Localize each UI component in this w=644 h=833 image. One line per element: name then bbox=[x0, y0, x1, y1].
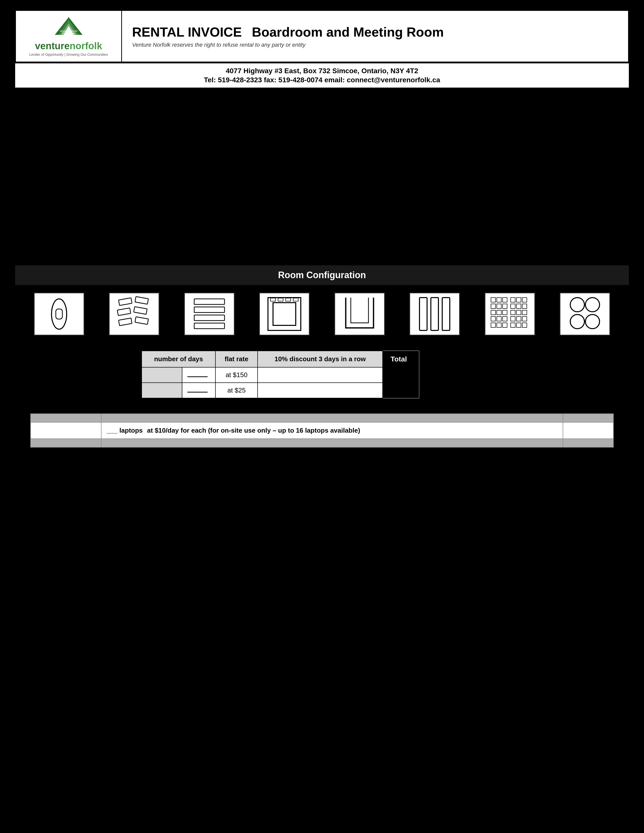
pricing-section: number of days flat rate 10% discount 3 … bbox=[15, 343, 629, 406]
svg-rect-32 bbox=[497, 304, 501, 309]
svg-point-4 bbox=[52, 299, 67, 329]
row1-label bbox=[142, 367, 182, 383]
room-config-section: Room Configuration bbox=[15, 265, 629, 406]
laptops-header-content bbox=[101, 414, 563, 422]
laptops-total-cell[interactable] bbox=[563, 422, 613, 439]
svg-rect-22 bbox=[420, 298, 427, 330]
svg-rect-8 bbox=[118, 308, 131, 315]
svg-rect-41 bbox=[517, 310, 521, 315]
laptops-footer-left bbox=[31, 439, 101, 447]
logo-venture: venture bbox=[35, 41, 69, 51]
svg-rect-37 bbox=[491, 310, 496, 315]
svg-rect-38 bbox=[497, 310, 501, 315]
invoice-title: RENTAL INVOICE bbox=[132, 24, 242, 40]
laptops-footer-right bbox=[563, 439, 613, 447]
svg-rect-52 bbox=[510, 323, 515, 327]
config-icon-hollow-square bbox=[259, 293, 310, 336]
laptops-label: laptops bbox=[119, 426, 143, 434]
svg-rect-33 bbox=[502, 304, 507, 309]
laptops-table: ___ laptops at $10/day for each (for on-… bbox=[30, 413, 614, 447]
header: venturenorfolk Lender of Opportunity | G… bbox=[15, 10, 629, 62]
subtitle-text: Venture Norfolk reserves the right to re… bbox=[132, 42, 618, 48]
laptops-blank: ___ bbox=[106, 426, 118, 434]
svg-rect-54 bbox=[522, 323, 527, 327]
row2-rate: at $25 bbox=[216, 383, 258, 398]
logo-area: venturenorfolk Lender of Opportunity | G… bbox=[16, 11, 122, 61]
title-row: RENTAL INVOICE Boardroom and Meeting Roo… bbox=[132, 24, 618, 40]
black-space bbox=[15, 88, 629, 265]
room-title: Boardroom and Meeting Room bbox=[252, 24, 444, 40]
pricing-table: number of days flat rate 10% discount 3 … bbox=[142, 351, 419, 398]
config-icon-u-shape bbox=[334, 293, 385, 336]
svg-point-58 bbox=[585, 315, 599, 329]
laptops-section: ___ laptops at $10/day for each (for on-… bbox=[15, 406, 629, 455]
svg-rect-6 bbox=[119, 298, 132, 306]
logo-tagline: Lender of Opportunity | Growing Our Comm… bbox=[29, 53, 108, 56]
config-icon-scattered bbox=[109, 293, 159, 336]
svg-rect-53 bbox=[517, 323, 521, 327]
svg-rect-46 bbox=[510, 317, 515, 321]
svg-rect-13 bbox=[194, 307, 224, 312]
svg-rect-11 bbox=[135, 317, 148, 324]
logo-text: venturenorfolk bbox=[35, 41, 102, 51]
laptops-description-cell: ___ laptops at $10/day for each (for on-… bbox=[101, 422, 563, 439]
config-icon-oval bbox=[34, 293, 84, 336]
svg-rect-28 bbox=[510, 298, 515, 302]
svg-rect-36 bbox=[522, 304, 527, 309]
laptops-footer-row bbox=[31, 439, 613, 447]
svg-rect-17 bbox=[273, 303, 296, 325]
row2-label bbox=[142, 383, 182, 398]
laptops-footer-mid bbox=[101, 439, 563, 447]
config-icon-columns bbox=[409, 293, 460, 336]
config-icons-row bbox=[15, 285, 629, 343]
laptops-content-row: ___ laptops at $10/day for each (for on-… bbox=[31, 422, 613, 439]
svg-rect-20 bbox=[286, 298, 291, 301]
page: venturenorfolk Lender of Opportunity | G… bbox=[0, 0, 644, 833]
laptops-header-label bbox=[31, 414, 101, 422]
col-days-header: number of days bbox=[142, 351, 216, 367]
laptops-header-total bbox=[563, 414, 613, 422]
svg-rect-40 bbox=[510, 310, 515, 315]
col-discount-header: 10% discount 3 days in a row bbox=[258, 351, 383, 367]
bottom-black bbox=[15, 455, 629, 733]
venture-norfolk-logo-icon bbox=[52, 16, 85, 39]
row1-rate: at $150 bbox=[216, 367, 258, 383]
row1-days[interactable] bbox=[182, 367, 216, 383]
svg-rect-35 bbox=[517, 304, 521, 309]
row2-days[interactable] bbox=[182, 383, 216, 398]
svg-rect-45 bbox=[502, 317, 507, 321]
address-line2: Tel: 519-428-2323 fax: 519-428-0074 emai… bbox=[20, 76, 624, 84]
address-line1: 4077 Highway #3 East, Box 732 Simcoe, On… bbox=[20, 67, 624, 75]
svg-rect-44 bbox=[497, 317, 501, 321]
svg-rect-21 bbox=[293, 298, 298, 301]
row2-total[interactable] bbox=[383, 383, 419, 398]
svg-rect-30 bbox=[522, 298, 527, 302]
svg-rect-10 bbox=[119, 318, 132, 326]
svg-rect-25 bbox=[491, 298, 496, 302]
svg-rect-15 bbox=[194, 323, 224, 329]
svg-rect-7 bbox=[135, 297, 148, 304]
svg-rect-43 bbox=[491, 317, 496, 321]
room-config-header: Room Configuration bbox=[15, 265, 629, 285]
svg-rect-47 bbox=[517, 317, 521, 321]
svg-rect-24 bbox=[442, 298, 450, 330]
logo-norfolk: norfolk bbox=[70, 41, 102, 51]
laptops-description: at $10/day for each (for on-site use onl… bbox=[147, 426, 360, 434]
svg-rect-34 bbox=[510, 304, 515, 309]
svg-rect-18 bbox=[270, 298, 275, 301]
laptops-header-row bbox=[31, 414, 613, 422]
svg-rect-9 bbox=[134, 307, 147, 314]
pricing-row-2: at $25 bbox=[142, 383, 419, 398]
svg-rect-48 bbox=[522, 317, 527, 321]
svg-point-56 bbox=[585, 298, 599, 312]
svg-point-57 bbox=[570, 315, 584, 329]
svg-point-55 bbox=[570, 298, 584, 312]
config-icon-herringbone bbox=[184, 293, 235, 336]
svg-rect-12 bbox=[194, 299, 224, 304]
svg-rect-14 bbox=[194, 315, 224, 321]
header-right: RENTAL INVOICE Boardroom and Meeting Roo… bbox=[122, 19, 628, 53]
row1-total[interactable] bbox=[383, 367, 419, 383]
config-icon-grid bbox=[485, 293, 535, 336]
row1-discount bbox=[258, 367, 383, 383]
svg-rect-31 bbox=[491, 304, 496, 309]
